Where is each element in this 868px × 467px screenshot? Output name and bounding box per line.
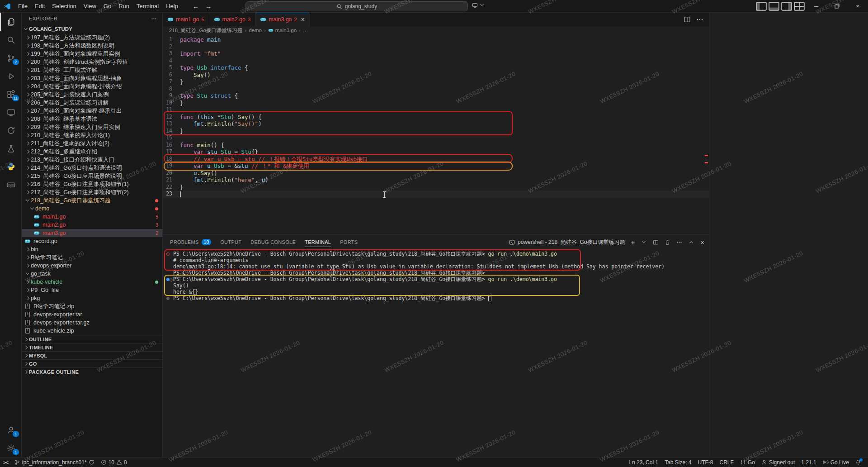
go-live[interactable]: Go Live [820, 457, 852, 467]
layout-control-button[interactable] [472, 2, 485, 8]
menu-help[interactable]: Help [162, 1, 182, 11]
sidebar-section-mysql[interactable]: MYSQL [22, 351, 162, 359]
menu-terminal[interactable]: Terminal [133, 1, 162, 11]
maximize-panel-icon[interactable] [688, 239, 694, 245]
go-version[interactable]: 1.21.1 [798, 457, 819, 467]
tree-item[interactable]: 208_尚硅谷_继承基本语法 [22, 115, 162, 123]
code-line[interactable]: 5type Usb interface { [163, 64, 709, 71]
code-line[interactable]: 15 [163, 134, 709, 142]
remote-indicator[interactable]: >< [0, 457, 11, 467]
code-line[interactable]: 18 // var u Usb = stu // ！报错！会报Stu类型没有实现… [163, 156, 709, 163]
tab-main1.go[interactable]: main1.go5 [163, 13, 209, 26]
tree-item[interactable]: demo [22, 205, 162, 213]
tree-item[interactable]: 207_尚硅谷_面向对象编程-继承引出 [22, 107, 162, 115]
tree-item[interactable]: 201_尚硅谷_工厂模式详解 [22, 66, 162, 74]
tree-item[interactable]: B站学习笔记.zip [22, 302, 162, 310]
tree-item[interactable]: main3.go2 [22, 229, 162, 237]
breadcrumb-item[interactable]: 218_尚硅谷_Go接口课堂练习题 [169, 27, 242, 34]
terminal-session[interactable]: powershell - 218_尚硅谷_Go接口课堂练习题 [509, 238, 625, 246]
menu-edit[interactable]: Edit [31, 1, 48, 11]
tree-item[interactable]: pkg [22, 294, 162, 302]
toggle-secondary-sidebar-icon[interactable] [780, 0, 793, 12]
workspace-root[interactable]: GOLANG_STUDY [22, 24, 162, 33]
language-mode[interactable]: Go [737, 457, 758, 467]
breadcrumb-item[interactable]: demo [249, 28, 262, 33]
menu-run[interactable]: Run [115, 1, 133, 11]
tree-item[interactable]: 216_尚硅谷_Go接口注意事项和细节(1) [22, 180, 162, 188]
code-line[interactable]: 4 [163, 57, 709, 65]
panel-tab-debug-console[interactable]: DEBUG CONSOLE [250, 235, 296, 249]
tree-item[interactable]: 215_尚硅谷_Go接口应用场景的说明 [22, 172, 162, 180]
code-line[interactable]: 21 fmt.Println("here", u) [163, 176, 709, 184]
breadcrumb-item[interactable]: … [303, 28, 308, 33]
search-box[interactable]: golang_study [245, 1, 468, 11]
code-line[interactable]: 20 u.Say() [163, 170, 709, 177]
problems-item[interactable]: 10 0 [98, 457, 130, 467]
tree-item[interactable]: record.go [22, 237, 162, 245]
tree-item[interactable]: B站学习笔记 [22, 253, 162, 262]
tree-item[interactable]: 200_尚硅谷_创建struct实例指定字段值 [22, 58, 162, 66]
activity-remote[interactable] [0, 103, 21, 121]
sidebar-section-go[interactable]: GO [22, 359, 162, 367]
code-line[interactable]: 16func main() { [163, 142, 709, 149]
overview-ruler[interactable] [703, 34, 709, 234]
account-status[interactable]: Signed out [758, 457, 798, 467]
sidebar-section-package-outline[interactable]: PACKAGE OUTLINE [22, 367, 162, 376]
indentation[interactable]: Tab Size: 4 [661, 457, 694, 467]
activity-python[interactable] [0, 157, 21, 176]
sidebar-section-timeline[interactable]: TIMELINE [22, 343, 162, 351]
code-line[interactable]: 19 var u Usb = &stu // ！* 和 &绑定使用 [163, 162, 709, 170]
toggle-primary-sidebar-icon[interactable] [755, 0, 768, 12]
terminal-dropdown-icon[interactable] [641, 239, 647, 245]
tree-item[interactable]: kube-vehicle [22, 278, 162, 286]
code-line[interactable]: 12func (this *Stu) Say() { [163, 114, 709, 121]
tree-item[interactable]: 204_尚硅谷_面向对象编程-封装介绍 [22, 82, 162, 91]
tree-item[interactable]: 199_尚硅谷_面向对象编程应用实例 [22, 50, 162, 58]
tree-item[interactable]: devops-exporter [22, 262, 162, 270]
tree-item[interactable]: P9_Go_file [22, 286, 162, 294]
code-line[interactable]: 22} [163, 184, 709, 191]
tree-item[interactable]: 198_尚硅谷_方法和函数区别说明 [22, 42, 162, 50]
close-panel-icon[interactable]: × [700, 238, 704, 246]
editor-more-actions-icon[interactable] [696, 16, 703, 23]
code-line[interactable]: 9type Stu struct { [163, 92, 709, 100]
nav-back-icon[interactable]: ← [193, 3, 199, 10]
activity-run-debug[interactable] [0, 67, 21, 85]
tree-item[interactable]: 212_尚硅谷_多重继承介绍 [22, 148, 162, 156]
activity-source-control[interactable]: 2 [0, 49, 21, 67]
activity-explorer[interactable] [0, 13, 21, 31]
tab-main3.go[interactable]: main3.go2× [255, 13, 310, 26]
tree-item[interactable]: 203_尚硅谷_面向对象编程思想-抽象 [22, 74, 162, 82]
tree-item[interactable]: 218_尚硅谷_Go接口课堂练习题 [22, 196, 162, 205]
tree-item[interactable]: 217_尚硅谷_Go接口注意事项和细节(2) [22, 188, 162, 196]
tree-item[interactable]: main2.go3 [22, 221, 162, 229]
tree-item[interactable]: devops-exporter.tar.gz [22, 319, 162, 327]
tree-item[interactable]: 214_尚硅谷_Go接口特点和语法说明 [22, 164, 162, 172]
menu-file[interactable]: File [14, 1, 31, 11]
git-branch-item[interactable]: ipc_information_branch01* [11, 457, 98, 467]
tree-item[interactable]: kube-vehicle.zip [22, 327, 162, 335]
code-line[interactable]: 2 [163, 43, 709, 51]
customize-layout-icon[interactable] [793, 0, 806, 12]
split-editor-icon[interactable] [684, 16, 691, 23]
tree-item[interactable]: devops-exporter.tar [22, 310, 162, 319]
new-terminal-icon[interactable]: + [631, 238, 635, 246]
panel-tab-terminal[interactable]: TERMINAL [305, 235, 331, 249]
sidebar-section-outline[interactable]: OUTLINE [22, 335, 162, 343]
code-line[interactable]: 23 [163, 191, 709, 198]
restore-button[interactable] [826, 0, 847, 12]
code-line[interactable]: 17 var stu Stu = Stu{} [163, 148, 709, 156]
code-line[interactable]: 1package main [163, 36, 709, 43]
cursor-position[interactable]: Ln 23, Col 1 [626, 457, 661, 467]
eol-sequence[interactable]: CRLF [717, 457, 737, 467]
menu-view[interactable]: View [80, 1, 100, 11]
activity-testing[interactable] [0, 139, 21, 157]
code-line[interactable]: 10} [163, 100, 709, 107]
code-line[interactable]: 14} [163, 128, 709, 135]
activity-settings[interactable]: 1 [0, 439, 21, 457]
code-line[interactable]: 8 [163, 86, 709, 93]
activity-search[interactable] [0, 31, 21, 49]
code-line[interactable]: 6 Say() [163, 71, 709, 79]
tree-item[interactable]: 213_尚硅谷_接口介绍和快速入门 [22, 156, 162, 164]
more-actions-icon[interactable] [151, 16, 157, 22]
